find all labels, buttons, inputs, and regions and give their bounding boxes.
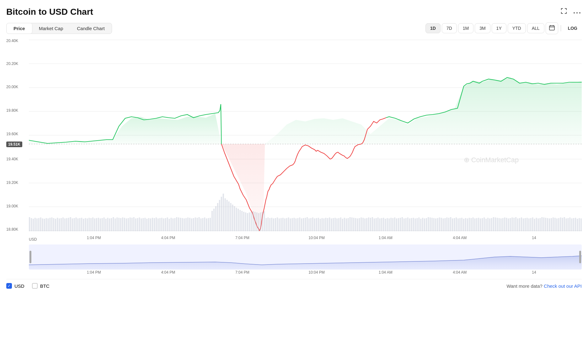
current-price-label: 19.51K	[6, 142, 22, 147]
svg-rect-57	[109, 218, 110, 231]
svg-rect-140	[264, 211, 265, 231]
svg-rect-144	[271, 218, 272, 231]
x-label-404pm: 4:04 PM	[161, 236, 175, 240]
svg-rect-47	[90, 218, 92, 231]
svg-rect-169	[318, 218, 319, 231]
svg-rect-108	[204, 217, 205, 231]
time-1d[interactable]: 1D	[425, 23, 441, 33]
svg-point-0	[574, 12, 575, 13]
svg-rect-151	[284, 218, 286, 231]
nav-x-label-14: 14	[532, 270, 536, 275]
nav-y-axis	[6, 244, 29, 270]
svg-rect-302	[566, 218, 567, 231]
svg-rect-241	[452, 218, 453, 231]
svg-text:⊕ CoinMarketCap: ⊕ CoinMarketCap	[464, 156, 519, 164]
cta-link[interactable]: Check out our API	[544, 283, 582, 289]
svg-rect-132	[249, 212, 250, 231]
calendar-picker-button[interactable]	[546, 22, 558, 34]
time-range-controls: 1D 7D 1M 3M 1Y YTD ALL LOG	[425, 22, 582, 34]
svg-rect-230	[431, 218, 433, 231]
chart-legend: ✓ USD BTC	[6, 283, 50, 289]
svg-rect-222	[416, 218, 418, 231]
more-options-icon[interactable]	[572, 7, 582, 17]
expand-icon[interactable]	[559, 6, 569, 17]
y-label-18800: 18.80K	[6, 227, 21, 232]
time-1y[interactable]: 1Y	[492, 23, 506, 33]
svg-rect-257	[482, 218, 483, 231]
nav-handles	[29, 244, 582, 270]
svg-rect-227	[426, 218, 427, 231]
svg-rect-42	[81, 218, 82, 231]
svg-rect-131	[247, 213, 248, 231]
tab-candle-chart[interactable]: Candle Chart	[70, 23, 111, 34]
svg-rect-161	[303, 218, 304, 231]
nav-x-label-704pm: 7:04 PM	[235, 270, 249, 275]
svg-rect-284	[532, 217, 533, 231]
usd-checkbox[interactable]: ✓	[6, 283, 12, 289]
btc-checkbox[interactable]	[32, 283, 38, 289]
svg-rect-59	[113, 217, 114, 231]
time-7d[interactable]: 7D	[442, 23, 457, 33]
svg-rect-298	[558, 218, 559, 231]
svg-rect-82	[156, 217, 157, 231]
svg-rect-56	[107, 218, 108, 231]
nav-handle-right[interactable]	[579, 251, 581, 263]
svg-rect-249	[467, 218, 468, 231]
svg-rect-197	[370, 218, 371, 231]
tab-market-cap[interactable]: Market Cap	[32, 23, 70, 34]
svg-rect-208	[390, 218, 392, 231]
time-1m[interactable]: 1M	[458, 23, 473, 33]
svg-rect-97	[184, 218, 185, 231]
svg-rect-118	[223, 194, 224, 231]
svg-rect-88	[167, 217, 168, 231]
time-3m[interactable]: 3M	[475, 23, 490, 33]
svg-rect-289	[541, 217, 543, 231]
svg-rect-175	[329, 217, 330, 231]
svg-rect-135	[254, 212, 256, 231]
svg-rect-92	[174, 218, 175, 231]
svg-rect-96	[182, 218, 183, 231]
svg-rect-217	[407, 217, 409, 231]
svg-rect-120	[227, 200, 228, 231]
svg-rect-46	[88, 218, 90, 231]
tab-price[interactable]: Price	[7, 23, 32, 34]
svg-rect-19	[38, 218, 40, 231]
time-all[interactable]: ALL	[527, 23, 544, 33]
svg-rect-114	[215, 206, 216, 231]
svg-rect-251	[471, 218, 472, 231]
legend-usd[interactable]: ✓ USD	[6, 283, 24, 289]
svg-rect-218	[409, 218, 410, 231]
svg-rect-68	[130, 217, 131, 231]
svg-rect-258	[484, 217, 485, 231]
chart-container: 20.40K 20.20K 20.00K 19.80K 19.60K 19.51…	[6, 37, 582, 364]
svg-rect-139	[262, 212, 263, 231]
nav-plot[interactable]	[29, 244, 582, 270]
svg-rect-134	[253, 211, 254, 231]
svg-rect-39	[75, 217, 77, 231]
svg-rect-24	[47, 218, 49, 231]
svg-rect-242	[454, 218, 455, 231]
navigator-chart[interactable]	[6, 244, 582, 270]
svg-rect-305	[571, 218, 572, 231]
svg-rect-248	[465, 218, 466, 231]
svg-rect-109	[206, 218, 207, 231]
svg-rect-286	[536, 218, 537, 231]
svg-rect-79	[150, 218, 151, 231]
nav-handle-left[interactable]	[29, 251, 31, 263]
time-ytd[interactable]: YTD	[508, 23, 526, 33]
legend-btc[interactable]: BTC	[32, 283, 50, 289]
svg-rect-204	[383, 218, 384, 231]
chart-plot[interactable]: ⊕ CoinMarketCap	[29, 37, 582, 234]
svg-rect-157	[295, 218, 297, 231]
log-scale-button[interactable]: LOG	[564, 24, 582, 33]
chart-type-tabs: Price Market Cap Candle Chart	[6, 23, 112, 34]
svg-rect-213	[400, 218, 401, 231]
svg-rect-149	[281, 218, 282, 231]
svg-rect-129	[243, 212, 244, 231]
svg-rect-183	[344, 218, 345, 231]
svg-rect-37	[72, 218, 73, 231]
controls-divider	[561, 25, 561, 31]
bottom-bar: ✓ USD BTC Want more data? Check out our …	[6, 279, 582, 292]
svg-rect-40	[77, 218, 78, 231]
svg-rect-18	[36, 218, 38, 231]
